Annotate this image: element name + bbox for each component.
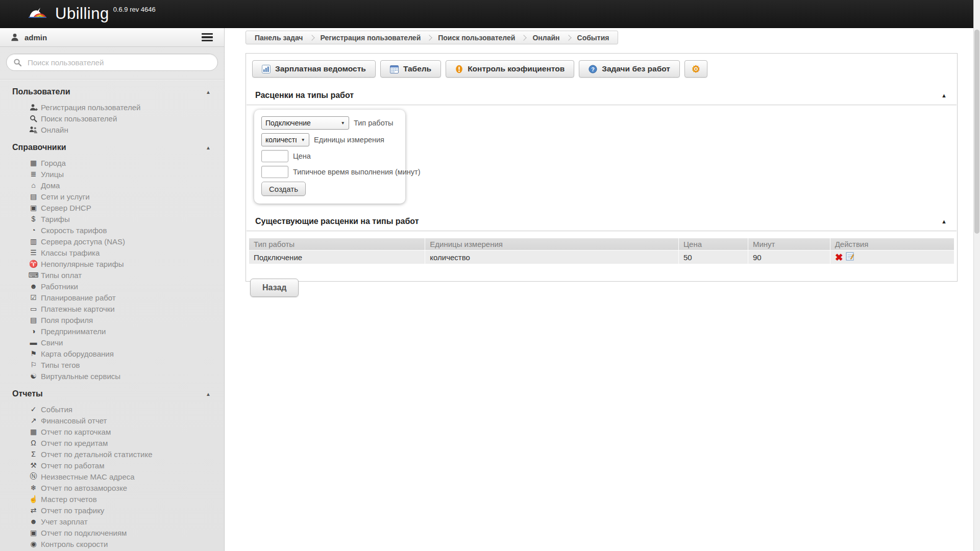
search-input[interactable] <box>27 58 211 67</box>
toolbar-button-label: Задачи без работ <box>602 64 670 73</box>
pricing-table-title: Существующие расценки на типы работ <box>255 217 419 226</box>
sidebar-item[interactable]: ◑Предприниматели <box>0 325 224 337</box>
salary-icon: ☻ <box>28 517 39 525</box>
works-report-icon: ⚒ <box>28 461 39 469</box>
sidebar-item[interactable]: ▤Сети и услуги <box>0 191 224 202</box>
sidebar-item-label: Работники <box>41 282 78 291</box>
breadcrumb-item[interactable]: Регистрация пользователей <box>314 34 428 42</box>
breadcrumb-item[interactable]: Поиск пользователей <box>431 34 522 42</box>
delete-icon[interactable]: ✖ <box>835 253 843 262</box>
dhcp-server-icon: ▣ <box>28 204 39 212</box>
autofreeze-icon: ❄ <box>28 484 39 492</box>
units-select[interactable]: количество <box>261 133 309 146</box>
virtual-services-icon: ☯ <box>28 372 39 380</box>
equipment-map-icon: ⚑ <box>28 349 39 358</box>
section-title-text: Отчеты <box>12 389 43 398</box>
collapse-arrow-icon[interactable]: ▲ <box>206 145 211 151</box>
breadcrumb-item[interactable]: Панель задач <box>248 34 310 42</box>
edit-icon[interactable] <box>843 252 854 261</box>
sidebar-item[interactable]: ⇄Отчет по трафику <box>0 505 224 516</box>
cards-report-icon: ▦ <box>28 428 39 436</box>
planning-icon: ☑ <box>28 293 39 302</box>
toolbar: Зарплатная ведомостьТабельКонтроль коэфи… <box>246 54 957 78</box>
create-button[interactable]: Создать <box>261 182 306 196</box>
sidebar-item[interactable]: ▬Свичи <box>0 337 224 348</box>
traffic-classes-icon: ☰ <box>28 248 39 257</box>
sidebar-item-label: Типы тегов <box>41 361 80 369</box>
pricing-form-title: Расценки на типы работ <box>255 91 354 100</box>
sidebar-item[interactable]: ▦Города <box>0 157 224 168</box>
svg-text:?: ? <box>591 66 595 72</box>
scrollbar-thumb[interactable] <box>974 30 979 234</box>
sidebar-item[interactable]: $Тарифы <box>0 213 224 224</box>
sidebar-item[interactable]: ▭Платежные карточки <box>0 303 224 314</box>
work-type-select[interactable]: Подключение <box>261 116 349 130</box>
sidebar-item[interactable]: ♈Непопулярные тарифы <box>0 258 224 269</box>
sidebar-item-label: Отчет по автозаморозке <box>41 484 127 492</box>
breadcrumb-item[interactable]: События <box>571 34 616 42</box>
menu-toggle-icon[interactable] <box>201 30 214 45</box>
collapse-arrow-icon[interactable]: ▲ <box>206 391 211 397</box>
settings-button[interactable]: ⚙ <box>684 60 707 78</box>
toolbar-button[interactable]: ?Задачи без работ <box>579 60 680 78</box>
sidebar-item[interactable]: ◉Контроль скорости <box>0 538 224 549</box>
nas-server-icon: ▥ <box>28 237 39 245</box>
sidebar-item-label: Платежные карточки <box>41 305 115 313</box>
house-icon: ⌂ <box>28 181 39 189</box>
sidebar-item[interactable]: ☑Планирование работ <box>0 292 224 303</box>
sidebar-item[interactable]: ⌂Дома <box>0 180 224 191</box>
sidebar-item[interactable]: ✓События <box>0 404 224 415</box>
search-pill[interactable] <box>6 54 218 71</box>
toolbar-button[interactable]: Зарплатная ведомость <box>252 60 376 78</box>
collapse-arrow-icon[interactable]: ▲ <box>941 92 947 98</box>
time-input[interactable] <box>261 166 288 178</box>
collapse-arrow-icon[interactable]: ▲ <box>941 218 947 224</box>
sidebar-item[interactable]: ☰Классы трафика <box>0 247 224 258</box>
table-header-cell: Тип работы <box>249 238 425 250</box>
sidebar-item[interactable]: ☝Мастер отчетов <box>0 493 224 505</box>
sidebar-item-label: Тарифы <box>41 215 70 223</box>
sidebar-item[interactable]: ▥Сервера доступа (NAS) <box>0 236 224 247</box>
content-panel: Зарплатная ведомостьТабельКонтроль коэфи… <box>246 53 958 282</box>
sidebar-item[interactable]: ☻Учет зарплат <box>0 516 224 527</box>
sidebar-item[interactable]: ⓃНеизвестные MAC адреса <box>0 471 224 482</box>
switches-icon: ▬ <box>28 338 39 346</box>
sidebar-item[interactable]: ▦Отчет по карточкам <box>0 426 224 437</box>
report-master-icon: ☝ <box>28 495 39 503</box>
speed-icon: ◔ <box>28 226 39 234</box>
calendar-icon <box>390 65 399 73</box>
sidebar-item[interactable]: ▣Сервер DHCP <box>0 202 224 213</box>
sidebar-item[interactable]: ⌨Типы оплат <box>0 269 224 281</box>
toolbar-button[interactable]: Контроль коэфициентов <box>446 60 574 78</box>
browser-scrollbar[interactable] <box>973 0 980 551</box>
sidebar-item[interactable]: ⚒Отчет по работам <box>0 460 224 471</box>
sidebar-item[interactable]: ◔Скорость тарифов <box>0 224 224 236</box>
sidebar-item[interactable]: ΣОтчет по детальной статистике <box>0 448 224 460</box>
units-label: Единицы измерения <box>314 136 384 144</box>
price-input[interactable] <box>261 150 288 162</box>
sidebar-item[interactable]: ↗Финансовый отчет <box>0 415 224 426</box>
sidebar-item[interactable]: ☯Виртуальные сервисы <box>0 370 224 382</box>
sidebar-item[interactable]: ❄Отчет по автозаморозке <box>0 482 224 493</box>
cell-actions: ✖ <box>830 251 954 264</box>
sidebar-item[interactable]: ⚑Карта оборудования <box>0 348 224 359</box>
sidebar-item[interactable]: ≣Улицы <box>0 168 224 180</box>
sidebar-item[interactable]: ▣Отчет по подключениям <box>0 527 224 538</box>
back-button[interactable]: Назад <box>250 279 299 297</box>
sidebar-item-label: Карта оборудования <box>41 349 114 358</box>
toolbar-button[interactable]: Табель <box>380 60 441 78</box>
sidebar-item-label: Виртуальные сервисы <box>41 372 120 381</box>
table-header-cell: Действия <box>830 238 954 250</box>
sidebar-item[interactable]: ΩОтчет по кредитам <box>0 437 224 448</box>
sidebar-item[interactable]: Онлайн <box>0 124 224 135</box>
sidebar-item[interactable]: ⚐Типы тегов <box>0 359 224 370</box>
admin-row: admin <box>0 28 224 47</box>
breadcrumb-item[interactable]: Онлайн <box>526 34 566 42</box>
ubilling-unicorn-logo <box>18 4 48 24</box>
collapse-arrow-icon[interactable]: ▲ <box>206 89 211 95</box>
sidebar-item[interactable]: ☻Работники <box>0 281 224 292</box>
sidebar-item[interactable]: ▤Поля профиля <box>0 314 224 325</box>
sidebar-item[interactable]: Регистрация пользователей <box>0 102 224 113</box>
sidebar-item[interactable]: Поиск пользователей <box>0 113 224 124</box>
sidebar-item-label: Онлайн <box>41 126 68 134</box>
